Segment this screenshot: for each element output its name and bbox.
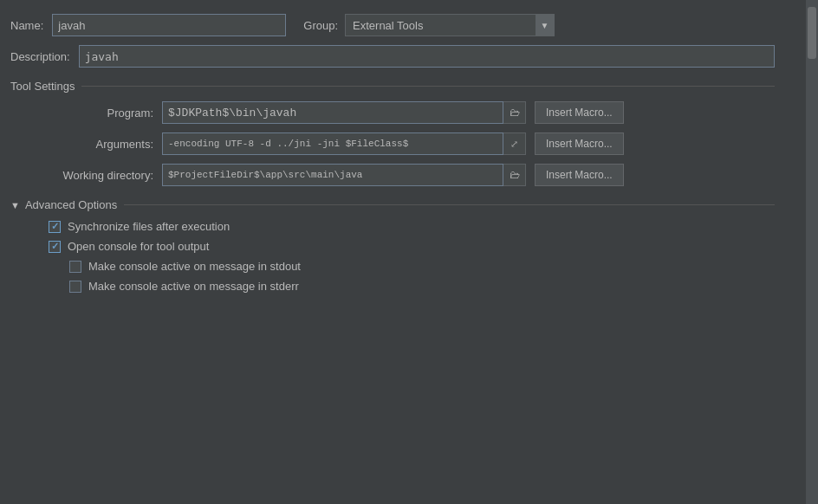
- program-insert-macro-button[interactable]: Insert Macro...: [535, 101, 624, 124]
- program-label: Program:: [36, 107, 162, 120]
- collapse-arrow-icon: ▼: [10, 200, 20, 210]
- description-label: Description:: [10, 50, 79, 63]
- working-dir-folder-button[interactable]: 🗁: [503, 164, 526, 186]
- open-console-checkbox[interactable]: [49, 241, 61, 253]
- working-dir-label: Working directory:: [36, 169, 162, 182]
- sync-files-checkbox-container[interactable]: Synchronize files after execution: [49, 220, 230, 233]
- group-dropdown-value: External Tools: [353, 19, 423, 32]
- sync-files-label: Synchronize files after execution: [68, 220, 230, 233]
- working-dir-insert-macro-button[interactable]: Insert Macro...: [535, 164, 624, 186]
- advanced-options-header[interactable]: ▼ Advanced Options: [10, 198, 775, 211]
- working-dir-folder-icon: 🗁: [510, 169, 520, 181]
- make-active-stdout-label: Make console active on message in stdout: [88, 260, 301, 273]
- arguments-insert-macro-button[interactable]: Insert Macro...: [535, 132, 624, 155]
- open-console-checkbox-container[interactable]: Open console for tool output: [49, 240, 209, 253]
- group-dropdown[interactable]: External Tools: [345, 14, 536, 36]
- working-dir-input[interactable]: [162, 164, 503, 186]
- folder-icon: 🗁: [510, 107, 520, 119]
- arguments-expand-button[interactable]: ⤢: [503, 132, 526, 155]
- group-label: Group:: [303, 19, 338, 32]
- arguments-label: Arguments:: [36, 138, 162, 151]
- group-dropdown-arrow[interactable]: ▼: [536, 14, 555, 36]
- program-folder-button[interactable]: 🗁: [503, 101, 526, 124]
- tool-settings-title: Tool Settings: [10, 80, 75, 93]
- advanced-options-divider: [124, 204, 775, 205]
- make-active-stderr-checkbox[interactable]: [69, 281, 81, 293]
- advanced-options-title: Advanced Options: [25, 198, 117, 211]
- arguments-input[interactable]: [162, 132, 503, 155]
- description-input[interactable]: [79, 45, 775, 68]
- tool-settings-divider: [81, 86, 775, 87]
- make-active-stdout-checkbox-container[interactable]: Make console active on message in stdout: [69, 260, 301, 273]
- make-active-stdout-checkbox[interactable]: [69, 261, 81, 273]
- dropdown-arrow-icon: ▼: [541, 21, 549, 30]
- group-dropdown-wrapper: External Tools ▼: [345, 14, 555, 36]
- make-active-stderr-checkbox-container[interactable]: Make console active on message in stderr: [69, 280, 299, 293]
- scrollbar-thumb[interactable]: [808, 7, 816, 59]
- open-console-label: Open console for tool output: [68, 240, 209, 253]
- name-input[interactable]: [52, 14, 286, 36]
- make-active-stderr-label: Make console active on message in stderr: [88, 280, 299, 293]
- program-input[interactable]: [162, 101, 503, 124]
- sync-files-checkbox[interactable]: [49, 221, 61, 233]
- name-label: Name:: [10, 19, 52, 32]
- expand-icon: ⤢: [510, 139, 518, 150]
- scrollbar[interactable]: [806, 0, 818, 504]
